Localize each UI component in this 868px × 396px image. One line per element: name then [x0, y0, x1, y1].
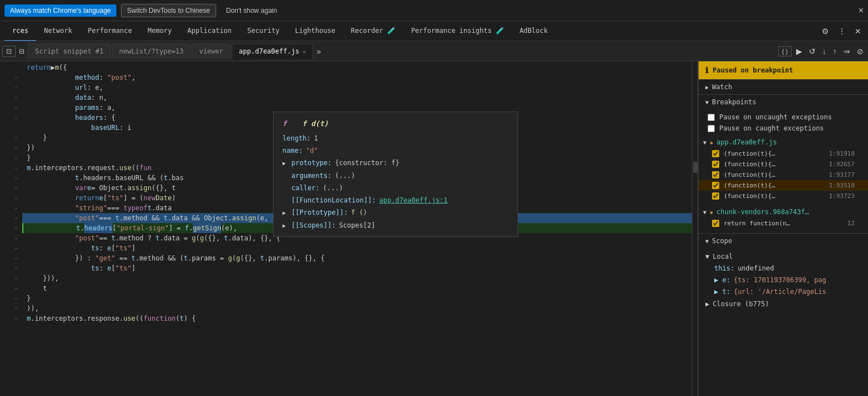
- tooltip-row-caller: caller: (...): [274, 182, 518, 194]
- nav-item-recorder[interactable]: Recorder 🧪: [343, 21, 403, 41]
- bp-checkbox-3[interactable]: [712, 182, 719, 189]
- tooltip-row-length: length: 1: [274, 132, 518, 144]
- watch-label: Watch: [712, 83, 732, 91]
- code-line: url: e,: [22, 83, 698, 93]
- closure-title[interactable]: ▶ Closure (b775): [705, 298, 861, 310]
- notif-close-btn[interactable]: ×: [859, 6, 864, 16]
- settings-icon[interactable]: ⚙: [820, 25, 831, 38]
- file-arrow: ▼: [703, 139, 706, 146]
- tooltip-row-proto2[interactable]: ▶[[Prototype]]: f (): [274, 206, 518, 219]
- file-section-chunk: ▼ ◈ chunk-vendors.968a743f… return funct…: [699, 204, 868, 231]
- closure-label: Closure (b775): [713, 300, 769, 308]
- file-header-chunk[interactable]: ▼ ◈ chunk-vendors.968a743f…: [699, 206, 868, 218]
- nav-item-perf-insights[interactable]: Performance insights 🧪: [403, 21, 512, 41]
- tab-more-btn[interactable]: »: [314, 47, 323, 56]
- nav-item-sources[interactable]: rces: [4, 21, 36, 41]
- bp-code-2: (function(t){…: [724, 171, 776, 178]
- nav-item-memory[interactable]: Memory: [140, 21, 179, 41]
- scope-key-e: ▶ e:: [714, 276, 730, 285]
- bp-loc-4: 1:93723: [829, 192, 855, 200]
- tab-viewer[interactable]: viewer: [192, 44, 230, 59]
- dont-show-btn[interactable]: Don't show again: [221, 4, 283, 17]
- nav-item-lighthouse[interactable]: Lighthouse: [287, 21, 343, 41]
- bp-row-1: (function(t){… 1:92657: [699, 159, 868, 170]
- scope-e[interactable]: ▶ e: {ts: 1701193706399, pag: [705, 274, 861, 286]
- nav-item-performance[interactable]: Performance: [80, 21, 139, 41]
- code-line: t: [22, 283, 698, 293]
- scrollbar[interactable]: [692, 61, 698, 396]
- breakpoints-section-header[interactable]: ▼ Breakpoints: [699, 94, 868, 109]
- step-over-btn[interactable]: ↺: [807, 46, 818, 57]
- breakpoints-label: Breakpoints: [712, 98, 756, 106]
- step-btn[interactable]: ⇒: [841, 46, 852, 57]
- drawer-toggle-btn[interactable]: ⊟: [17, 45, 27, 57]
- scope-key-t: ▶ t:: [714, 287, 730, 297]
- code-line: ts: e["ts"]: [22, 263, 698, 273]
- pause-uncaught-row: Pause on uncaught exceptions: [699, 112, 868, 123]
- watch-arrow: ▶: [705, 84, 709, 90]
- file-icon: ◈: [710, 139, 713, 146]
- more-icon[interactable]: ⋮: [836, 25, 848, 38]
- bp-row-2: (function(t){… 1:93177: [699, 170, 868, 180]
- step-out-btn[interactable]: ↑: [831, 46, 839, 57]
- devtools-nav: rces Network Performance Memory Applicat…: [0, 21, 868, 41]
- pause-caught-checkbox[interactable]: [708, 125, 715, 132]
- code-line: ts: e["ts"]: [22, 243, 698, 253]
- tooltip-row-arguments: arguments: (...): [274, 170, 518, 182]
- bp-checkbox-1[interactable]: [712, 161, 719, 168]
- tab-close-icon[interactable]: ✕: [303, 49, 306, 55]
- bp-checkbox-chunk-0[interactable]: [712, 220, 719, 227]
- bp-checkbox-2[interactable]: [712, 171, 719, 178]
- watch-section-header[interactable]: ▶ Watch: [699, 79, 868, 94]
- tab-viewer-label: viewer: [199, 47, 223, 55]
- tab-newlist[interactable]: newList/?type=13: [112, 44, 191, 59]
- step-into-btn[interactable]: ↓: [820, 46, 828, 57]
- scope-t[interactable]: ▶ t: {url: '/Article/PageLis: [705, 286, 861, 298]
- file-name-chunk: chunk-vendors.968a743f…: [716, 208, 809, 216]
- tooltip-row-prototype[interactable]: ▶prototype: {constructor: f}: [274, 157, 518, 170]
- bp-loc-chunk-0: 12: [847, 220, 855, 227]
- bp-loc-1: 1:92657: [829, 161, 855, 168]
- tab-snippet[interactable]: Script snippet #1: [28, 44, 111, 59]
- tab-snippet-label: Script snippet #1: [35, 47, 104, 55]
- run-btn[interactable]: ▶: [794, 46, 804, 57]
- bp-code-1: (function(t){…: [724, 161, 776, 168]
- tab-newlist-label: newList/?type=13: [119, 47, 184, 55]
- bp-checkbox-4[interactable]: [712, 192, 719, 200]
- always-match-btn[interactable]: Always match Chrome's language: [4, 4, 116, 17]
- pause-caught-row: Pause on caught exceptions: [699, 123, 868, 134]
- scope-section-header[interactable]: ▼ Scope: [699, 233, 868, 248]
- pause-uncaught-checkbox[interactable]: [708, 114, 715, 121]
- info-icon: ℹ: [705, 66, 708, 75]
- deactivate-btn[interactable]: ⊘: [855, 46, 866, 57]
- nav-item-security[interactable]: Security: [240, 21, 287, 41]
- bp-checkbox-0[interactable]: [712, 150, 719, 157]
- notification-bar: Always match Chrome's language Switch De…: [0, 0, 868, 21]
- switch-chinese-btn[interactable]: Switch DevTools to Chinese: [121, 4, 216, 17]
- tabs-bar: ⊡ ⊟ Script snippet #1 newList/?type=13 v…: [0, 41, 868, 61]
- code-line: m.interceptors.response.use((function(t)…: [22, 313, 698, 323]
- source-panel: ----- ----- ----- ----- ----- return ▶m(…: [0, 61, 698, 396]
- tooltip-row-scopes[interactable]: ▶[[Scopes]]: Scopes[2]: [274, 219, 518, 232]
- tooltip-popup: f f d(t) length: 1 name: "d" ▶prototype:…: [273, 112, 518, 237]
- bp-code-3: (function(t){…: [724, 182, 776, 189]
- nav-item-adblock[interactable]: AdBlock: [512, 21, 556, 41]
- scope-section: ▼ Local this: undefined ▶ e: {ts: 170119…: [699, 248, 868, 312]
- file-header-app[interactable]: ▼ ◈ app.d7ea0eff.js: [699, 136, 868, 148]
- tab-appjs-label: app.d7ea0eff.js: [239, 47, 299, 55]
- close-devtools-btn[interactable]: ✕: [852, 25, 864, 38]
- local-title[interactable]: ▼ Local: [705, 250, 861, 263]
- code-line: }) : "get" == t.method && (t.params = g(…: [22, 253, 698, 263]
- scope-label: Scope: [712, 237, 732, 245]
- tab-app-js[interactable]: app.d7ea0eff.js ✕: [232, 44, 313, 59]
- toggle-sidebar-btn[interactable]: ⊡: [2, 46, 16, 57]
- scope-arrow: ▼: [705, 238, 709, 244]
- pause-uncaught-label: Pause on uncaught exceptions: [719, 113, 832, 121]
- nav-item-application[interactable]: Application: [179, 21, 239, 41]
- paused-text: Paused on breakpoint: [713, 66, 793, 74]
- local-label: Local: [713, 253, 733, 260]
- format-btn[interactable]: { }: [778, 46, 792, 56]
- scrollbar-thumb[interactable]: [693, 162, 698, 173]
- bp-loc-3: 1:93510: [829, 182, 855, 189]
- nav-item-network[interactable]: Network: [36, 21, 80, 41]
